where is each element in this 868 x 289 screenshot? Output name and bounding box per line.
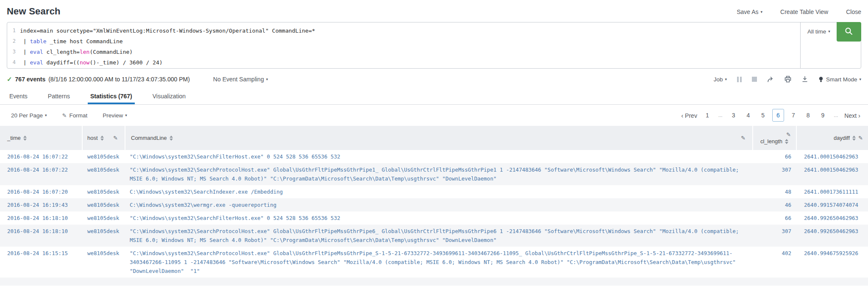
- page-button[interactable]: 5: [757, 109, 768, 121]
- tab-visualization[interactable]: Visualization: [150, 89, 188, 104]
- column-header-time[interactable]: _time: [0, 126, 83, 150]
- cell-host[interactable]: we8105desk: [83, 200, 125, 209]
- search-button[interactable]: [837, 22, 861, 42]
- page-list: 1...3456789...: [702, 109, 840, 122]
- caret-down-icon: ▾: [45, 113, 47, 117]
- pause-button[interactable]: [737, 77, 742, 82]
- cell-host[interactable]: we8105desk: [83, 152, 125, 161]
- print-icon: [785, 76, 791, 83]
- cell-host[interactable]: we8105desk: [83, 165, 125, 183]
- column-header-cl-length[interactable]: ✎ cl_length: [753, 126, 797, 150]
- cell-commandline[interactable]: "C:\Windows\system32\SearchProtocolHost.…: [125, 227, 753, 245]
- cell-daydiff[interactable]: 2640.994675925926: [797, 249, 868, 275]
- prev-page-button[interactable]: ‹ Prev: [680, 109, 698, 122]
- event-time-range: (8/1/16 12:00:00.000 AM to 11/17/23 4:07…: [48, 76, 190, 83]
- export-button[interactable]: [801, 76, 808, 83]
- edit-column-icon[interactable]: ✎: [741, 135, 746, 141]
- status-row: ✓ 767 events (8/1/16 12:00:00.000 AM to …: [7, 74, 861, 85]
- save-as-button[interactable]: Save As▾: [737, 8, 762, 15]
- event-sampling-dropdown[interactable]: No Event Sampling▾: [213, 76, 268, 83]
- cell-daydiff[interactable]: 2641.000150462963: [797, 165, 868, 183]
- column-header-commandline[interactable]: CommandLine ✎: [125, 126, 753, 150]
- partial-next-row: [0, 278, 868, 286]
- edit-column-icon[interactable]: ✎: [786, 131, 791, 138]
- event-count: 767 events: [15, 76, 46, 83]
- share-button[interactable]: [767, 76, 774, 83]
- column-header-host[interactable]: host ✎: [83, 126, 125, 150]
- cell-daydiff[interactable]: 2640.992650462963: [797, 227, 868, 245]
- page-button[interactable]: 9: [818, 109, 829, 121]
- spl-code-line[interactable]: | table _time host CommandLine: [20, 36, 123, 47]
- cell-time[interactable]: 2016-08-24 16:19:43: [0, 200, 83, 209]
- edit-column-icon[interactable]: ✎: [113, 135, 118, 141]
- caret-down-icon: ▾: [266, 77, 268, 81]
- cell-cl-length[interactable]: 66: [753, 214, 797, 222]
- column-label: _time: [7, 135, 21, 141]
- close-button[interactable]: Close: [846, 8, 861, 15]
- cell-time[interactable]: 2016-08-24 16:07:20: [0, 187, 83, 196]
- cell-commandline[interactable]: "C:\Windows\system32\SearchProtocolHost.…: [125, 249, 753, 275]
- cell-time[interactable]: 2016-08-24 16:07:22: [0, 165, 83, 183]
- sort-icon[interactable]: [852, 136, 856, 141]
- spl-query-editor[interactable]: 1index=main sourcetype="XmlWinEventLog:M…: [7, 25, 797, 68]
- cell-time[interactable]: 2016-08-24 16:07:22: [0, 152, 83, 161]
- current-page-button[interactable]: 6: [772, 109, 784, 122]
- cell-host[interactable]: we8105desk: [83, 227, 125, 245]
- spl-code-line[interactable]: | eval cl_length=len(CommandLine): [20, 47, 133, 57]
- column-label: daydiff: [834, 135, 850, 141]
- caret-down-icon: ▾: [859, 77, 861, 81]
- next-page-button[interactable]: Next ›: [843, 109, 861, 122]
- cell-time[interactable]: 2016-08-24 16:18:10: [0, 227, 83, 245]
- cell-commandline[interactable]: C:\Windows\system32\wermgr.exe -queuerep…: [125, 200, 753, 209]
- cell-daydiff[interactable]: 2641.000173611111: [797, 187, 868, 196]
- cell-host[interactable]: we8105desk: [83, 214, 125, 222]
- cell-commandline[interactable]: "C:\Windows\system32\SearchProtocolHost.…: [125, 165, 753, 183]
- time-range-picker[interactable]: All time▾: [800, 22, 837, 68]
- cell-cl-length[interactable]: 307: [753, 165, 797, 183]
- cell-cl-length[interactable]: 46: [753, 200, 797, 209]
- tab-statistics-767[interactable]: Statistics (767): [88, 89, 135, 104]
- job-menu[interactable]: Job▾: [714, 76, 727, 83]
- print-button[interactable]: [785, 76, 791, 83]
- cell-host[interactable]: we8105desk: [83, 187, 125, 196]
- cell-cl-length[interactable]: 66: [753, 152, 797, 161]
- cell-daydiff[interactable]: 2641.000150462963: [797, 152, 868, 161]
- cell-daydiff[interactable]: 2640.992650462963: [797, 214, 868, 222]
- spl-code-line[interactable]: index=main sourcetype="XmlWinEventLog:Mi…: [20, 25, 315, 36]
- stop-button[interactable]: [752, 77, 757, 82]
- page-button[interactable]: 3: [728, 109, 739, 121]
- page-button[interactable]: 1: [702, 109, 713, 121]
- per-page-dropdown[interactable]: 20 Per Page▾: [11, 112, 47, 119]
- page-button[interactable]: 7: [788, 109, 799, 121]
- search-mode-dropdown[interactable]: Smart Mode▾: [818, 76, 861, 83]
- sort-icon[interactable]: [23, 136, 27, 141]
- preview-dropdown[interactable]: Preview▾: [103, 112, 127, 119]
- search-bar[interactable]: 1index=main sourcetype="XmlWinEventLog:M…: [7, 22, 861, 69]
- sort-icon[interactable]: [100, 136, 104, 141]
- sort-icon[interactable]: [785, 139, 788, 144]
- tab-patterns[interactable]: Patterns: [45, 89, 72, 104]
- cell-commandline[interactable]: "C:\Windows\system32\SearchFilterHost.ex…: [125, 152, 753, 161]
- spl-code-line[interactable]: | eval daydiff=((now()-_time) / 3600 / 2…: [20, 57, 163, 68]
- sort-icon[interactable]: [170, 136, 173, 141]
- page-title: New Search: [7, 6, 61, 17]
- caret-down-icon: ▾: [125, 113, 127, 117]
- format-button[interactable]: ✎Format: [62, 112, 88, 119]
- cell-cl-length[interactable]: 307: [753, 227, 797, 245]
- cell-commandline[interactable]: "C:\Windows\system32\SearchFilterHost.ex…: [125, 214, 753, 222]
- page-button[interactable]: 8: [803, 109, 814, 121]
- cell-commandline[interactable]: C:\Windows\system32\SearchIndexer.exe /E…: [125, 187, 753, 196]
- cell-host[interactable]: we8105desk: [83, 249, 125, 275]
- pagination: ‹ Prev 1...3456789... Next ›: [680, 109, 861, 122]
- tab-events[interactable]: Events: [7, 89, 30, 104]
- cell-time[interactable]: 2016-08-24 16:18:10: [0, 214, 83, 222]
- controls-row: 20 Per Page▾ ✎Format Preview▾ ‹ Prev 1..…: [0, 105, 868, 126]
- cell-cl-length[interactable]: 402: [753, 249, 797, 275]
- create-table-view-button[interactable]: Create Table View: [780, 8, 828, 15]
- edit-column-icon[interactable]: ✎: [858, 135, 863, 141]
- page-button[interactable]: 4: [743, 109, 754, 121]
- cell-cl-length[interactable]: 48: [753, 187, 797, 196]
- cell-time[interactable]: 2016-08-24 16:15:15: [0, 249, 83, 275]
- column-header-daydiff[interactable]: daydiff ✎: [797, 126, 868, 150]
- cell-daydiff[interactable]: 2640.991574074074: [797, 200, 868, 209]
